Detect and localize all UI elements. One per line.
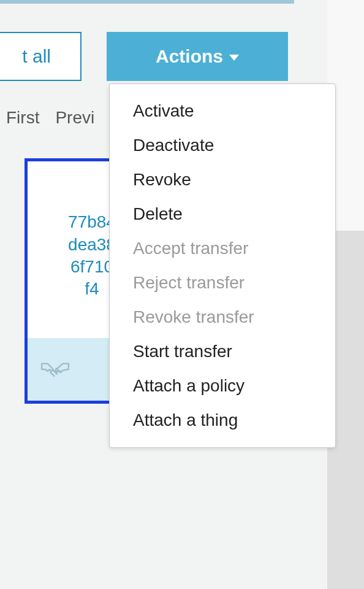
select-all-button[interactable]: t all (0, 32, 82, 81)
dropdown-item-attach-policy[interactable]: Attach a policy (110, 369, 335, 403)
dropdown-item-revoke[interactable]: Revoke (110, 163, 335, 197)
dropdown-item-deactivate[interactable]: Deactivate (110, 128, 335, 163)
pager-row: First Previ (6, 108, 94, 128)
dropdown-item-delete[interactable]: Delete (110, 197, 335, 231)
handshake-icon (40, 357, 70, 382)
actions-dropdown: Activate Deactivate Revoke Delete Accept… (109, 83, 336, 448)
page: t all Actions First Previ 77b84 dea38 6f… (0, 0, 327, 589)
dropdown-item-activate[interactable]: Activate (110, 94, 335, 128)
dropdown-item-attach-thing[interactable]: Attach a thing (110, 403, 335, 437)
pager-first[interactable]: First (6, 108, 39, 128)
panel-top-divider (0, 0, 294, 4)
dropdown-item-revoke-transfer: Revoke transfer (110, 300, 335, 334)
pager-previous[interactable]: Previ (55, 108, 94, 128)
dropdown-item-start-transfer[interactable]: Start transfer (110, 334, 335, 369)
dropdown-item-reject-transfer: Reject transfer (110, 266, 335, 300)
actions-button[interactable]: Actions (107, 32, 288, 81)
dropdown-item-accept-transfer: Accept transfer (110, 231, 335, 266)
select-all-label: t all (22, 46, 51, 67)
caret-down-icon (229, 55, 239, 61)
actions-label: Actions (156, 46, 223, 67)
